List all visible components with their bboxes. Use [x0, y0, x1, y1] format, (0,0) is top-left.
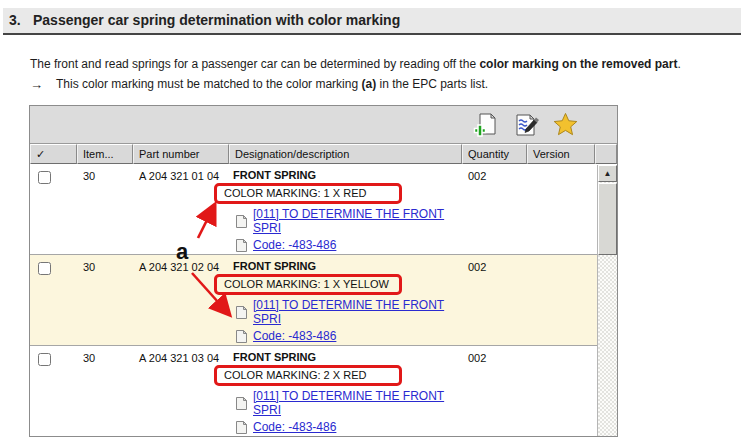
scrollbar-thumb[interactable] [598, 183, 617, 255]
column-header-part-number[interactable]: Part number [133, 144, 229, 164]
intro-line-1: The front and read springs for a passeng… [30, 55, 744, 74]
item-cell: 30 [77, 164, 133, 254]
column-header-filler [595, 144, 617, 164]
version-cell [527, 255, 595, 345]
part-number-cell: A 204 321 03 04 [133, 346, 229, 436]
item-cell: 30 [77, 346, 133, 436]
table-row[interactable]: 30 A 204 321 01 04 FRONT SPRING COLOR MA… [30, 164, 617, 255]
table-rows: 30 A 204 321 01 04 FRONT SPRING COLOR MA… [30, 164, 617, 436]
row-checkbox[interactable] [38, 262, 51, 275]
footnote-link[interactable]: [011] TO DETERMINE THE FRONT SPRI [253, 298, 462, 326]
column-header-quantity[interactable]: Quantity [462, 144, 527, 164]
table-row-selected[interactable]: 30 A 204 321 02 04 FRONT SPRING COLOR MA… [30, 255, 617, 346]
section-number: 3. [9, 12, 33, 28]
document-icon [236, 306, 247, 319]
favorites-star-icon[interactable] [552, 111, 579, 138]
color-marking-annotation-box: COLOR MARKING: 1 X YELLOW [214, 274, 402, 295]
parts-list-toolbar [30, 106, 617, 144]
add-note-icon[interactable] [472, 111, 499, 138]
item-cell: 30 [77, 255, 133, 345]
row-checkbox[interactable] [38, 353, 51, 366]
vertical-scrollbar[interactable]: ▲ [597, 165, 617, 436]
footnote-link[interactable]: [011] TO DETERMINE THE FRONT SPRI [253, 389, 462, 417]
table-row[interactable]: 30 A 204 321 03 04 FRONT SPRING COLOR MA… [30, 346, 617, 436]
version-cell [527, 164, 595, 254]
designation-name: FRONT SPRING [233, 260, 462, 272]
intro-line-2: → This color marking must be matched to … [30, 75, 744, 94]
column-header-check[interactable]: ✓ [30, 144, 77, 164]
footnote-link[interactable]: [011] TO DETERMINE THE FRONT SPRI [253, 207, 462, 235]
document-icon [236, 397, 247, 410]
section-heading: 3. Passenger car spring determination wi… [3, 8, 741, 35]
document-icon [236, 330, 247, 343]
table-header-row: ✓ Item... Part number Designation/descri… [30, 144, 617, 164]
document-icon [236, 239, 247, 252]
quantity-cell: 002 [462, 164, 527, 254]
column-header-version[interactable]: Version [527, 144, 595, 164]
page-title: Passenger car spring determination with … [33, 12, 400, 28]
part-number-cell: A 204 321 02 04 [133, 255, 229, 345]
color-marking-annotation-box: COLOR MARKING: 1 X RED [214, 183, 402, 204]
document-icon [236, 421, 247, 434]
designation-cell: FRONT SPRING COLOR MARKING: 1 X YELLOW [… [229, 255, 462, 345]
column-header-designation[interactable]: Designation/description [229, 144, 462, 164]
code-link[interactable]: Code: -483-486 [253, 238, 336, 252]
quantity-cell: 002 [462, 346, 527, 436]
designation-name: FRONT SPRING [233, 169, 462, 181]
part-number-cell: A 204 321 01 04 [133, 164, 229, 254]
code-link[interactable]: Code: -483-486 [253, 329, 336, 343]
version-cell [527, 346, 595, 436]
scroll-up-button[interactable]: ▲ [598, 165, 617, 182]
quantity-cell: 002 [462, 255, 527, 345]
color-marking-annotation-box: COLOR MARKING: 2 X RED [214, 365, 402, 386]
designation-cell: FRONT SPRING COLOR MARKING: 1 X RED [011… [229, 164, 462, 254]
parts-list-panel: ✓ Item... Part number Designation/descri… [29, 105, 618, 437]
row-checkbox[interactable] [38, 171, 51, 184]
edit-annotation-icon[interactable] [512, 111, 539, 138]
designation-name: FRONT SPRING [233, 351, 462, 363]
column-header-item[interactable]: Item... [77, 144, 133, 164]
code-link[interactable]: Code: -483-486 [253, 420, 336, 434]
document-icon [236, 215, 247, 228]
arrow-bullet-icon: → [30, 75, 56, 94]
designation-cell: FRONT SPRING COLOR MARKING: 2 X RED [011… [229, 346, 462, 436]
intro-paragraph: The front and read springs for a passeng… [30, 55, 744, 94]
